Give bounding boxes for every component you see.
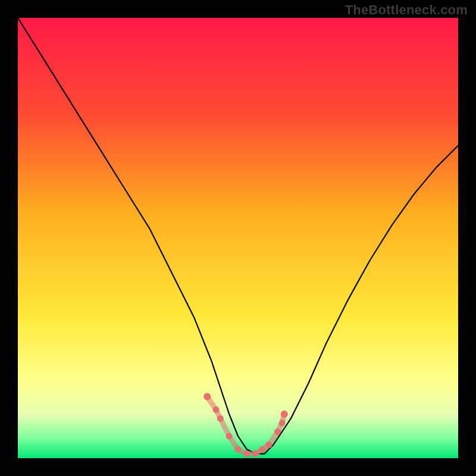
bottleneck-chart	[18, 18, 458, 458]
marker-dot	[243, 450, 250, 457]
marker-dot	[252, 450, 259, 457]
marker-dot	[274, 428, 281, 435]
marker-dot	[265, 441, 272, 448]
gradient-rect	[18, 18, 458, 458]
chart-frame: TheBottleneck.com	[0, 0, 476, 476]
marker-dot	[203, 393, 211, 400]
watermark-text: TheBottleneck.com	[345, 2, 468, 18]
marker-dot	[279, 419, 286, 426]
plot-area	[18, 18, 458, 458]
marker-dot	[281, 411, 288, 418]
marker-dot	[235, 446, 242, 453]
marker-dot	[226, 433, 233, 440]
marker-dot	[217, 415, 224, 422]
marker-dot	[259, 446, 265, 453]
marker-dot	[213, 406, 220, 413]
